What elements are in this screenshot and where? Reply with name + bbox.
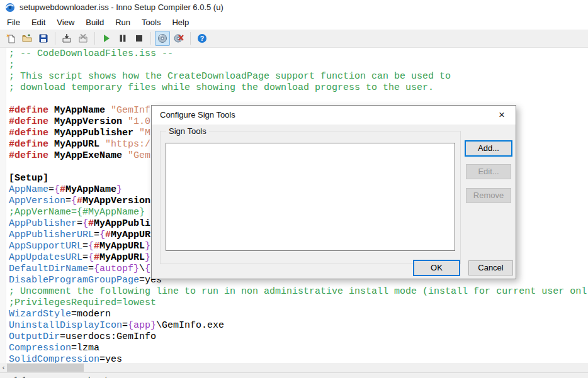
menu-tools[interactable]: Tools <box>136 16 166 29</box>
target-setup-cd-icon <box>157 33 167 43</box>
insert-mode-indicator: Insert <box>88 375 107 378</box>
code-line: OutputDir=userdocs:GemInfo <box>9 331 588 343</box>
close-icon[interactable]: × <box>494 108 509 123</box>
code-line: ; This script shows how the CreateDownlo… <box>9 71 588 82</box>
compile-icon <box>62 33 72 43</box>
code-line: SolidCompression=yes <box>9 354 588 363</box>
toolbar-separator <box>55 32 55 45</box>
svg-text:?: ? <box>200 35 204 42</box>
inno-setup-icon <box>5 3 15 13</box>
horizontal-scrollbar[interactable]: ‹ <box>0 363 588 372</box>
remove-button[interactable]: Remove <box>466 188 511 203</box>
sign-tools-listbox[interactable] <box>166 143 455 251</box>
dialog-title: Configure Sign Tools <box>160 106 235 125</box>
help-icon: ? <box>197 33 207 43</box>
scroll-left-arrow-icon[interactable]: ‹ <box>0 363 7 372</box>
save-icon <box>38 33 48 43</box>
code-line: ; -- CodeDownloadFiles.iss -- <box>9 48 588 60</box>
run-icon <box>101 33 111 43</box>
toolbar: ✶ <box>0 30 588 48</box>
menu-run[interactable]: Run <box>110 16 136 29</box>
caret-position: 1: 1 <box>14 375 26 378</box>
dialog-titlebar: Configure Sign Tools × <box>152 106 516 125</box>
code-line: Compression=lzma <box>9 343 588 354</box>
code-line <box>9 94 588 105</box>
new-script-icon: ✶ <box>6 33 16 43</box>
code-line: ; <box>9 60 588 71</box>
menu-help[interactable]: Help <box>166 16 195 29</box>
edit-button[interactable]: Edit... <box>466 164 511 179</box>
groupbox-label: Sign Tools <box>166 126 209 136</box>
menu-edit[interactable]: Edit <box>26 16 51 29</box>
configure-sign-tools-dialog: Configure Sign Tools × Sign Tools Add...… <box>151 105 516 279</box>
pause-icon <box>118 33 128 43</box>
stop-compile-button[interactable] <box>76 31 91 46</box>
svg-text:✶: ✶ <box>6 33 11 39</box>
compile-button[interactable] <box>59 31 74 46</box>
cancel-button[interactable]: Cancel <box>468 260 513 275</box>
terminate-button[interactable] <box>132 31 147 46</box>
menu-build[interactable]: Build <box>80 16 110 29</box>
menubar: File Edit View Build Run Tools Help <box>0 15 588 30</box>
window-titlebar: setupwebdownloader.iss - Inno Setup Comp… <box>0 0 588 15</box>
code-line: ; Uncomment the following line to run in… <box>9 286 588 297</box>
scrollbar-thumb[interactable] <box>7 364 84 372</box>
menu-view[interactable]: View <box>51 16 80 29</box>
open-folder-icon <box>22 33 32 43</box>
ok-button[interactable]: OK <box>413 260 460 276</box>
code-line: ;PrivilegesRequired=lowest <box>9 297 588 309</box>
sign-tools-groupbox: Sign Tools <box>160 131 461 264</box>
terminate-icon <box>134 33 144 43</box>
pause-button[interactable] <box>115 31 130 46</box>
add-button[interactable]: Add... <box>465 140 512 157</box>
stop-compile-icon <box>78 33 88 43</box>
code-line: ; download temporary files while showing… <box>9 82 588 94</box>
target-uninstall-button[interactable] <box>171 31 186 46</box>
menu-file[interactable]: File <box>1 16 26 29</box>
toolbar-separator <box>94 32 95 45</box>
target-uninstall-cd-icon <box>174 33 184 43</box>
target-setup-button[interactable] <box>155 31 170 46</box>
toolbar-separator <box>190 32 191 45</box>
help-button[interactable]: ? <box>195 31 210 46</box>
window-title: setupwebdownloader.iss - Inno Setup Comp… <box>20 0 223 15</box>
code-line: UninstallDisplayIcon={app}\GemInfo.exe <box>9 320 588 331</box>
run-button[interactable] <box>99 31 114 46</box>
new-script-button[interactable]: ✶ <box>3 31 18 46</box>
toolbar-separator <box>150 32 151 45</box>
code-line: WizardStyle=modern <box>9 309 588 320</box>
statusbar: 1: 1 Insert <box>0 372 588 378</box>
save-script-button[interactable] <box>36 31 51 46</box>
open-script-button[interactable] <box>20 31 35 46</box>
